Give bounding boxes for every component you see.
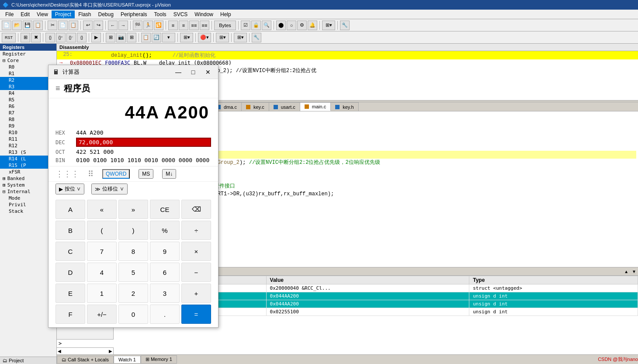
calc-key-F[interactable]: F xyxy=(55,305,85,324)
tab-memory1[interactable]: ⊞ Memory 1 xyxy=(141,355,177,364)
calc-key-5[interactable]: 5 xyxy=(118,263,148,282)
calc-key-backspace[interactable]: ⌫ xyxy=(181,200,211,219)
tb9[interactable]: ≡ xyxy=(179,21,188,30)
calc-key-4[interactable]: 4 xyxy=(87,263,117,282)
calc-key-9[interactable]: 9 xyxy=(150,242,180,261)
calc-key-1[interactable]: 1 xyxy=(87,284,117,303)
tb14[interactable]: 🔒 xyxy=(251,21,261,30)
menu-file[interactable]: File xyxy=(2,10,17,18)
calc-key-minus[interactable]: − xyxy=(181,263,211,282)
menu-flash[interactable]: Flash xyxy=(75,10,94,18)
menu-tools[interactable]: Tools xyxy=(151,10,170,18)
menu-svcs[interactable]: SVCS xyxy=(170,10,191,18)
menu-debug[interactable]: Debug xyxy=(95,10,117,18)
calc-key-6[interactable]: 6 xyxy=(150,263,180,282)
paste-btn[interactable]: 📋 xyxy=(69,21,78,30)
tab-keyh[interactable]: key.h xyxy=(331,102,358,111)
calc-minimize-btn[interactable]: — xyxy=(173,67,184,77)
tb17[interactable]: ○ xyxy=(287,21,296,30)
calc-key-mod[interactable]: % xyxy=(150,221,180,240)
open-btn[interactable]: 📂 xyxy=(12,21,22,30)
fwd-btn[interactable]: → xyxy=(118,21,128,30)
tb30[interactable]: 📷 xyxy=(116,33,126,42)
calc-key-rshift[interactable]: » xyxy=(118,200,148,219)
tb34[interactable]: ▾ xyxy=(162,33,175,42)
tb24[interactable]: {} xyxy=(45,33,55,42)
tb6[interactable]: 🏃 xyxy=(143,21,153,30)
new-btn[interactable]: 📄 xyxy=(2,21,11,30)
calc-key-7[interactable]: 7 xyxy=(87,242,117,261)
tab-callstack[interactable]: 🗂 Call Stack + Locals xyxy=(57,356,114,364)
calc-close-btn[interactable]: ✕ xyxy=(202,67,214,77)
calc-key-lshift[interactable]: « xyxy=(87,200,117,219)
tb20[interactable]: ⊞▾ xyxy=(322,21,335,30)
save-btn[interactable]: 💾 xyxy=(23,21,32,30)
calc-key-lparen[interactable]: ( xyxy=(87,221,117,240)
tb19[interactable]: 🔔 xyxy=(308,21,317,30)
tb11[interactable]: ≡≡ xyxy=(200,21,209,30)
tb33[interactable]: 🔄 xyxy=(152,33,161,42)
watch-scroll-up-icon[interactable]: ▲ xyxy=(622,268,630,275)
tb13[interactable]: ☑ xyxy=(241,21,250,30)
calc-key-multiply[interactable]: × xyxy=(181,242,211,261)
watch-scroll-down-icon[interactable]: ▼ xyxy=(630,268,638,275)
undo-btn[interactable]: ↩ xyxy=(83,21,93,30)
tb21[interactable]: 🔧 xyxy=(340,21,350,30)
menu-view[interactable]: View xyxy=(33,10,52,18)
calc-key-negate[interactable]: +/− xyxy=(87,305,117,324)
tb8[interactable]: ≡ xyxy=(168,21,178,30)
calc-qword-btn[interactable]: QWORD xyxy=(102,169,130,179)
calc-bitshift-btn[interactable]: ≫ 位移位 ∨ xyxy=(91,184,127,194)
scroll-left-icon[interactable]: ◀ xyxy=(58,349,61,354)
tb22[interactable]: ⊞ xyxy=(21,33,30,42)
tab-usart[interactable]: usart.c xyxy=(269,102,300,111)
calc-key-D[interactable]: D xyxy=(55,263,85,282)
tb38[interactable]: ⊞▾ xyxy=(234,33,247,42)
tb36[interactable]: 🔴▾ xyxy=(198,33,211,42)
menu-help[interactable]: Help xyxy=(217,10,235,18)
calc-bitwise-btn[interactable]: ▶ 按位 ∨ xyxy=(55,184,84,194)
redo-btn[interactable]: ↪ xyxy=(94,21,103,30)
tb27[interactable]: {} xyxy=(77,33,87,42)
calc-maximize-btn[interactable]: □ xyxy=(187,67,199,77)
tb29[interactable]: ⊞ xyxy=(106,33,115,42)
menu-edit[interactable]: Edit xyxy=(17,10,33,18)
calc-key-C[interactable]: C xyxy=(55,242,85,261)
save2-btn[interactable]: 📋 xyxy=(33,21,43,30)
tb23[interactable]: ✖ xyxy=(31,33,41,42)
scroll-right-icon[interactable]: ▶ xyxy=(109,349,112,354)
menu-project[interactable]: Project xyxy=(52,10,75,18)
tb39[interactable]: 🔧 xyxy=(252,33,261,42)
tb32[interactable]: 📋 xyxy=(141,33,151,42)
calc-ms-btn[interactable]: MS xyxy=(139,169,153,179)
project-tab-bottom[interactable]: 🗂 Project xyxy=(0,357,56,364)
back-btn[interactable]: ← xyxy=(108,21,118,30)
tb5[interactable]: 🏁 xyxy=(133,21,142,30)
copy-btn[interactable]: 📄 xyxy=(58,21,68,30)
reg-core-group[interactable]: ⊟ Core xyxy=(0,57,56,64)
tb7[interactable]: 🔁 xyxy=(154,21,163,30)
calc-key-E[interactable]: E xyxy=(55,284,85,303)
tb37[interactable]: ⊞▾ xyxy=(216,33,229,42)
calc-key-B[interactable]: B xyxy=(55,221,85,240)
calc-key-plus[interactable]: + xyxy=(181,284,211,303)
rst-btn[interactable]: RST xyxy=(2,33,16,42)
calc-key-CE[interactable]: CE xyxy=(150,200,180,219)
tb35[interactable]: ⊞▾ xyxy=(180,33,193,42)
calc-key-2[interactable]: 2 xyxy=(118,284,148,303)
tb10[interactable]: ≡≡ xyxy=(189,21,199,30)
tb12[interactable]: Bytes xyxy=(214,21,236,30)
menu-peripherals[interactable]: Peripherals xyxy=(117,10,151,18)
calc-key-3[interactable]: 3 xyxy=(150,284,180,303)
tb26[interactable]: {}⁻ xyxy=(66,33,76,42)
calc-key-A[interactable]: A xyxy=(55,200,85,219)
tb18[interactable]: ⚙ xyxy=(297,21,307,30)
calc-key-equals[interactable]: = xyxy=(181,305,211,324)
calc-m-btn[interactable]: M↓ xyxy=(162,169,176,179)
tb25[interactable]: {}⁺ xyxy=(56,33,66,42)
tb28[interactable]: ▶ xyxy=(91,33,101,42)
calc-key-0[interactable]: 0 xyxy=(118,305,148,324)
tab-main[interactable]: main.c xyxy=(300,102,331,111)
tb31[interactable]: ⊞ xyxy=(127,33,136,42)
calc-key-rparen[interactable]: ) xyxy=(118,221,148,240)
